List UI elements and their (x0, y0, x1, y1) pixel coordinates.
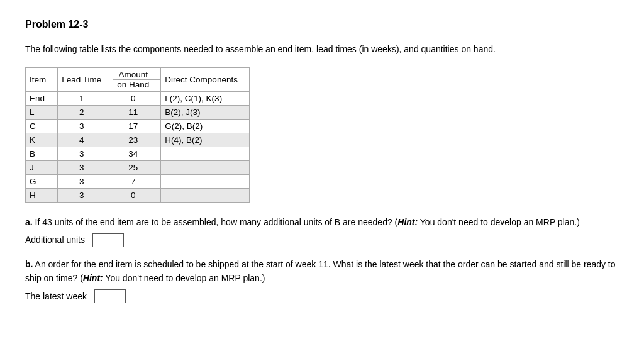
cell-item: L (26, 106, 58, 120)
col-amount-header-bottom: on Hand (113, 80, 161, 92)
additional-units-label: Additional units (25, 233, 85, 247)
section-b-label: b. (25, 259, 33, 269)
cell-dircomp (161, 189, 250, 203)
cell-dircomp (161, 175, 250, 189)
cell-leadtime: 3 (58, 189, 113, 203)
section-b-hint-text: You don't need to develop an MRP plan.) (103, 273, 265, 283)
cell-amount: 17 (113, 120, 161, 133)
cell-item: G (26, 175, 58, 189)
cell-dircomp: B(2), J(3) (161, 106, 250, 120)
cell-amount: 11 (113, 106, 161, 120)
cell-amount: 7 (113, 175, 161, 189)
col-leadtime-header: Lead Time (58, 68, 113, 92)
section-b: b. An order for the end item is schedule… (25, 257, 619, 303)
cell-amount: 0 (113, 189, 161, 203)
cell-leadtime: 3 (58, 147, 113, 161)
section-a: a. If 43 units of the end item are to be… (25, 215, 619, 247)
additional-units-input[interactable] (92, 233, 124, 247)
component-table: Item Lead Time Amount Direct Components … (25, 67, 250, 203)
col-item-header: Item (26, 68, 58, 92)
table-row: L211B(2), J(3) (26, 106, 250, 120)
cell-item: H (26, 189, 58, 203)
cell-amount: 0 (113, 92, 161, 106)
table-row: C317G(2), B(2) (26, 120, 250, 133)
cell-leadtime: 3 (58, 161, 113, 175)
cell-item: J (26, 161, 58, 175)
cell-item: C (26, 120, 58, 133)
cell-dircomp: G(2), B(2) (161, 120, 250, 133)
cell-item: End (26, 92, 58, 106)
intro-text: The following table lists the components… (25, 43, 619, 56)
cell-leadtime: 4 (58, 133, 113, 147)
component-table-wrapper: Item Lead Time Amount Direct Components … (25, 67, 619, 203)
problem-title: Problem 12-3 (25, 19, 619, 30)
latest-week-input[interactable] (94, 289, 126, 303)
cell-leadtime: 3 (58, 120, 113, 133)
cell-leadtime: 3 (58, 175, 113, 189)
cell-dircomp (161, 161, 250, 175)
cell-amount: 23 (113, 133, 161, 147)
section-b-hint-label: Hint: (83, 273, 103, 283)
cell-leadtime: 1 (58, 92, 113, 106)
cell-dircomp (161, 147, 250, 161)
table-row: H30 (26, 189, 250, 203)
table-row: B334 (26, 147, 250, 161)
cell-dircomp: H(4), B(2) (161, 133, 250, 147)
col-dircomp-header: Direct Components (161, 68, 250, 92)
cell-amount: 34 (113, 147, 161, 161)
cell-item: B (26, 147, 58, 161)
table-row: G37 (26, 175, 250, 189)
table-row: K423H(4), B(2) (26, 133, 250, 147)
section-a-hint-label: Hint: (397, 217, 418, 227)
cell-dircomp: L(2), C(1), K(3) (161, 92, 250, 106)
col-amount-header-top: Amount (113, 68, 161, 80)
section-a-text: If 43 units of the end item are to be as… (33, 217, 398, 227)
table-row: J325 (26, 161, 250, 175)
section-a-hint-text: You don't need to develop an MRP plan.) (418, 217, 580, 227)
section-a-label: a. (25, 217, 33, 227)
latest-week-label: The latest week (25, 289, 87, 303)
table-row: End10L(2), C(1), K(3) (26, 92, 250, 106)
cell-leadtime: 2 (58, 106, 113, 120)
cell-amount: 25 (113, 161, 161, 175)
cell-item: K (26, 133, 58, 147)
